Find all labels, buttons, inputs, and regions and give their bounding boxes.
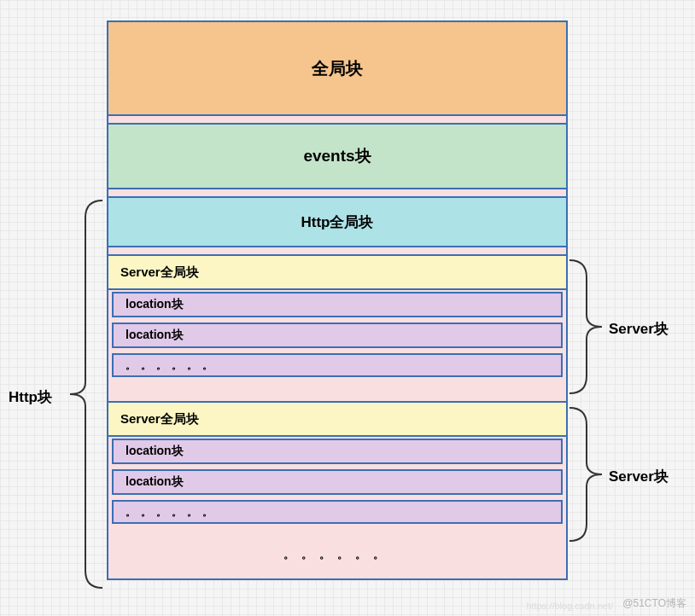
dots-label: 。。。。。。 — [126, 505, 218, 520]
server-global-block-1: Server全局块 — [107, 254, 568, 290]
location-block-label: location块 — [126, 297, 184, 312]
global-block: 全局块 — [107, 20, 568, 116]
server-global-block-label: Server全局块 — [120, 411, 199, 427]
server-global-block-label: Server全局块 — [120, 264, 199, 281]
bottom-dots: 。。。。。。 — [108, 531, 566, 578]
diagram-container: 全局块 events块 Http全局块 Server全局块 location块 … — [107, 20, 568, 580]
server-global-block-2: Server全局块 — [107, 401, 568, 437]
http-global-block: Http全局块 — [107, 196, 568, 247]
dots-block-1: 。。。。。。 — [112, 353, 563, 377]
http-brace-label: Http块 — [9, 387, 52, 407]
location-block-label: location块 — [126, 328, 184, 343]
watermark-51cto: @51CTO博客 — [622, 596, 686, 611]
location-block-label: location块 — [126, 474, 184, 490]
server-brace-1 — [568, 259, 610, 395]
location-block-4: location块 — [112, 469, 563, 495]
server-brace-2 — [568, 406, 610, 543]
http-brace — [60, 199, 107, 590]
server-brace-label-1: Server块 — [609, 319, 669, 339]
dots-block-2: 。。。。。。 — [112, 500, 563, 524]
bottom-dots-label: 。。。。。。 — [283, 547, 391, 562]
events-block-label: events块 — [303, 145, 371, 167]
events-block: events块 — [107, 123, 568, 189]
global-block-label: 全局块 — [312, 57, 363, 80]
location-block-2: location块 — [112, 323, 563, 348]
location-block-label: location块 — [126, 444, 184, 459]
http-global-block-label: Http全局块 — [301, 212, 374, 232]
location-block-3: location块 — [112, 439, 563, 464]
dots-label: 。。。。。。 — [126, 358, 218, 373]
watermark-csdn: https://blog.csdn.net/ — [526, 601, 613, 611]
location-block-1: location块 — [112, 292, 563, 317]
server-brace-label-2: Server块 — [609, 467, 669, 486]
